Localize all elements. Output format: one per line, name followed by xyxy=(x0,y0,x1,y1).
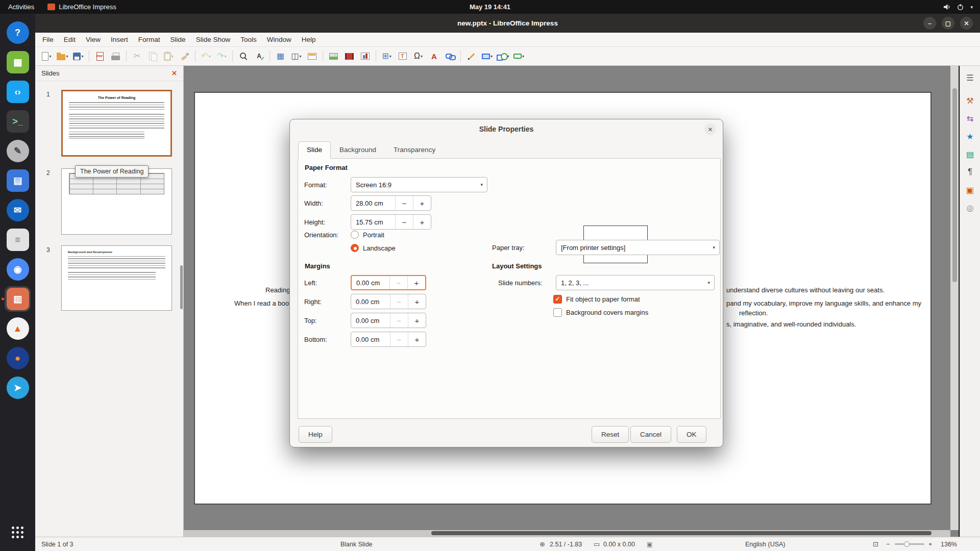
menu-slide[interactable]: Slide xyxy=(165,34,191,45)
dock-thunderbird[interactable]: ✉ xyxy=(0,195,35,225)
vertical-scrollbar[interactable] xyxy=(950,66,959,530)
horizontal-scrollbar-handle[interactable] xyxy=(431,531,932,535)
menu-tools[interactable]: Tools xyxy=(235,34,262,45)
sidebar-slide-transition-icon[interactable]: ⇆ xyxy=(962,111,978,126)
insert-special-character-button[interactable]: Ω▾ xyxy=(410,49,426,64)
master-slide-button[interactable] xyxy=(304,49,320,64)
margin-top-input[interactable]: 0.00 cm xyxy=(351,313,390,328)
portrait-radio[interactable] xyxy=(351,231,359,239)
height-increase-button[interactable]: + xyxy=(413,215,431,229)
dock-libreoffice-calc[interactable]: ▦ xyxy=(0,47,35,77)
sidebar-navigator-icon[interactable]: ◎ xyxy=(962,200,978,215)
dock-gimp[interactable]: ✎ xyxy=(0,136,35,166)
dock-terminal[interactable]: >_ xyxy=(0,107,35,136)
margin-right-increase-button[interactable]: + xyxy=(408,294,426,309)
dock-text-editor[interactable]: ≡ xyxy=(0,225,35,255)
zoom-level[interactable]: 136% xyxy=(941,537,957,551)
slides-panel-close-icon[interactable]: ✕ xyxy=(172,69,177,77)
dock-libreoffice-writer[interactable]: ▤ xyxy=(0,166,35,195)
window-title-bar[interactable]: new.pptx - LibreOffice Impress – ▢ ✕ xyxy=(35,14,980,33)
maximize-button[interactable]: ▢ xyxy=(942,17,954,30)
minimize-button[interactable]: – xyxy=(923,17,936,30)
document-modified-icon[interactable]: ▣ xyxy=(647,537,652,551)
dialog-close-icon[interactable]: ✕ xyxy=(704,123,716,135)
language-status[interactable]: English (USA) xyxy=(745,537,786,551)
insert-fontwork-button[interactable]: A xyxy=(426,49,442,64)
paper-tray-dropdown[interactable]: [From printer settings] ▾ xyxy=(556,240,720,255)
chevron-down-icon[interactable]: ▾ xyxy=(970,5,973,10)
slide-thumbnail-3[interactable]: Background and Development xyxy=(61,245,172,311)
horizontal-scrollbar[interactable] xyxy=(184,530,950,537)
sidebar-gallery-icon[interactable]: ▣ xyxy=(962,182,978,197)
menu-view[interactable]: View xyxy=(81,34,106,45)
margin-bottom-decrease-button[interactable]: − xyxy=(390,332,408,346)
margin-bottom-input[interactable]: 0.00 cm xyxy=(351,332,390,346)
copy-button[interactable] xyxy=(145,49,161,64)
format-dropdown[interactable]: Screen 16:9 ▾ xyxy=(351,177,487,192)
dock-vlc[interactable]: ▲ xyxy=(0,314,35,343)
height-decrease-button[interactable]: − xyxy=(395,215,413,229)
ok-button[interactable]: OK xyxy=(677,426,706,443)
margin-top-increase-button[interactable]: + xyxy=(408,313,426,328)
save-button[interactable]: ▾ xyxy=(70,49,86,64)
insert-audio-video-button[interactable] xyxy=(341,49,357,64)
display-grid-button[interactable]: ▦ xyxy=(273,49,288,64)
fit-object-checkbox[interactable] xyxy=(553,295,562,304)
print-button[interactable] xyxy=(108,49,124,64)
width-increase-button[interactable]: + xyxy=(413,196,431,210)
help-button[interactable]: Help xyxy=(299,426,332,443)
clock[interactable]: May 19 14:41 xyxy=(470,3,510,11)
sidebar-sidebar-settings-icon[interactable]: ☰ xyxy=(962,70,978,85)
activities-button[interactable]: Activities xyxy=(8,3,34,11)
zoom-in-button[interactable]: + xyxy=(928,537,932,551)
cancel-button[interactable]: Cancel xyxy=(630,426,671,443)
redo-button[interactable]: ↷▾ xyxy=(214,49,230,64)
menu-insert[interactable]: Insert xyxy=(106,34,133,45)
basic-shapes-button[interactable]: ▾ xyxy=(495,49,511,64)
slide-thumbnail-1[interactable]: The Power of Reading xyxy=(61,90,172,157)
insert-line-button[interactable] xyxy=(463,49,479,64)
tab-transparency[interactable]: Transparency xyxy=(385,141,444,158)
background-covers-margins-checkbox[interactable] xyxy=(553,308,562,317)
landscape-radio[interactable] xyxy=(351,244,359,252)
dock-libreoffice-impress[interactable]: ▥ xyxy=(0,284,35,314)
fit-slide-icon[interactable]: ⊡ xyxy=(873,537,878,551)
margin-left-decrease-button[interactable]: − xyxy=(389,276,407,289)
width-decrease-button[interactable]: − xyxy=(395,196,413,210)
undo-button[interactable]: ↶▾ xyxy=(198,49,214,64)
height-input[interactable]: 15.75 cm xyxy=(351,215,395,229)
spelling-button[interactable]: A xyxy=(251,49,267,64)
tab-slide[interactable]: Slide xyxy=(298,141,331,159)
sidebar-master-slides-icon[interactable]: ▤ xyxy=(962,146,978,162)
insert-table-button[interactable]: ⊞▾ xyxy=(379,49,395,64)
menu-slide-show[interactable]: Slide Show xyxy=(191,34,236,45)
slide-numbers-dropdown[interactable]: 1, 2, 3, ... ▾ xyxy=(556,275,715,290)
dock-chromium[interactable]: ◉ xyxy=(0,255,35,284)
menu-window[interactable]: Window xyxy=(262,34,297,45)
margin-left-increase-button[interactable]: + xyxy=(407,276,425,289)
insert-hyperlink-button[interactable] xyxy=(442,49,458,64)
margin-right-decrease-button[interactable]: − xyxy=(390,294,408,309)
dock-app-grid[interactable] xyxy=(0,517,35,547)
dock-help[interactable]: ? xyxy=(0,18,35,47)
dock-vscode[interactable]: ‹› xyxy=(0,77,35,107)
insert-chart-button[interactable] xyxy=(357,49,373,64)
zoom-slider[interactable] xyxy=(895,537,924,551)
sidebar-properties-icon[interactable]: ⚒ xyxy=(962,93,978,108)
close-window-button[interactable]: ✕ xyxy=(960,17,973,30)
margin-bottom-increase-button[interactable]: + xyxy=(408,332,426,346)
menu-file[interactable]: File xyxy=(37,34,59,45)
cut-button[interactable]: ✂ xyxy=(129,49,145,64)
margin-top-decrease-button[interactable]: − xyxy=(390,313,408,328)
reset-button[interactable]: Reset xyxy=(592,426,629,443)
export-pdf-button[interactable]: PDF xyxy=(92,49,108,64)
power-icon[interactable] xyxy=(957,3,964,11)
open-file-button[interactable]: ▾ xyxy=(55,49,70,64)
vertical-scrollbar-handle[interactable] xyxy=(952,88,957,282)
sidebar-styles-icon[interactable]: ¶ xyxy=(962,164,978,180)
menu-help[interactable]: Help xyxy=(297,34,321,45)
zoom-out-button[interactable]: − xyxy=(886,537,890,551)
rectangle-button[interactable]: ▾ xyxy=(479,49,495,64)
new-presentation-button[interactable]: ▾ xyxy=(39,49,55,64)
menu-format[interactable]: Format xyxy=(133,34,165,45)
